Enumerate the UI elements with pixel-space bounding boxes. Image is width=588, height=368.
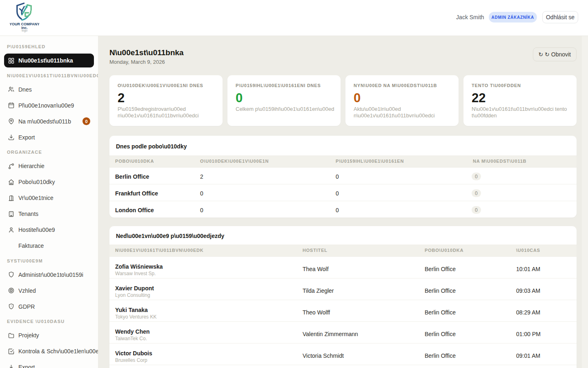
- svg-text:logo: logo: [22, 29, 27, 32]
